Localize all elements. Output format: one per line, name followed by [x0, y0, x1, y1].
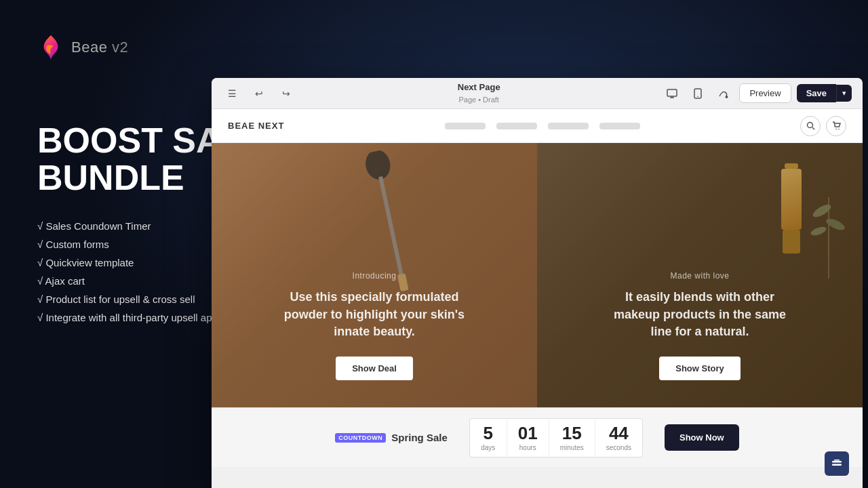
svg-point-5	[726, 96, 728, 98]
hero-right-description: It easily blends with other makeup produ…	[605, 289, 795, 340]
hero-right-panel: Made with love It easily blends with oth…	[537, 143, 863, 407]
page-title: Next Page	[458, 82, 500, 93]
show-deal-button[interactable]: Show Deal	[336, 357, 413, 380]
svg-rect-11	[378, 176, 405, 283]
logo-area: Beae v2	[37, 34, 290, 61]
svg-rect-14	[781, 169, 802, 230]
nav-link-placeholder	[496, 123, 537, 129]
save-button-group: Save ▾	[797, 84, 852, 102]
countdown-days-value: 5	[484, 424, 493, 442]
save-button[interactable]: Save	[797, 84, 836, 102]
beae-logo-icon	[37, 34, 64, 61]
page-brand: BEAE NEXT	[228, 121, 284, 131]
countdown-hours-value: 01	[518, 424, 538, 442]
stack-icon	[831, 458, 843, 470]
countdown-days-unit: 5 days	[470, 419, 507, 457]
hero-right-content: Made with love It easily blends with oth…	[605, 271, 795, 380]
page-navigation: BEAE NEXT	[212, 109, 863, 143]
hamburger-button[interactable]: ☰	[222, 84, 241, 103]
svg-rect-15	[783, 230, 800, 253]
cart-icon-button[interactable]	[826, 116, 846, 136]
countdown-timer: 5 days 01 hours 15 minutes 44 seconds	[469, 418, 643, 458]
hero-introducing-text: Introducing	[279, 271, 469, 281]
countdown-label-area: COUNTDOWN Spring Sale	[335, 432, 448, 443]
hero-left-panel: Introducing Use this specially formulate…	[212, 143, 537, 407]
svg-rect-0	[667, 89, 677, 96]
toolbar-right: Preview Save ▾	[662, 83, 852, 104]
brand-version: v2	[112, 39, 128, 56]
bottle-decoration	[774, 163, 808, 258]
countdown-days-label: days	[481, 444, 495, 451]
monitor-icon-button[interactable]	[662, 83, 682, 104]
hero-made-with-love: Made with love	[605, 271, 795, 281]
save-dropdown-button[interactable]: ▾	[836, 85, 852, 102]
svg-point-18	[825, 216, 846, 232]
brand-name: Beae	[71, 39, 107, 56]
nav-link-placeholder	[599, 123, 640, 129]
countdown-seconds-value: 44	[609, 424, 629, 442]
show-now-button[interactable]: Show Now	[665, 424, 739, 451]
svg-point-6	[807, 123, 812, 128]
page-subtitle: Page • Draft	[458, 96, 499, 104]
countdown-minutes-unit: 15 minutes	[549, 419, 595, 457]
hero-left-description: Use this specially formulated powder to …	[279, 289, 469, 340]
svg-point-17	[811, 202, 833, 219]
svg-point-9	[838, 129, 840, 130]
nav-link-placeholder	[548, 123, 589, 129]
nav-link-placeholder	[445, 123, 486, 129]
paint-icon-button[interactable]	[713, 83, 734, 104]
countdown-hours-unit: 01 hours	[507, 419, 549, 457]
countdown-sale-label: Spring Sale	[391, 432, 448, 443]
countdown-seconds-unit: 44 seconds	[595, 419, 642, 457]
svg-point-10	[363, 148, 393, 182]
browser-toolbar: ☰ ↩ ↪ Next Page Page • Draft Preview Sav…	[212, 78, 863, 109]
svg-point-8	[835, 129, 837, 130]
svg-point-4	[698, 96, 699, 97]
plant-decoration	[808, 157, 849, 279]
show-story-button[interactable]: Show Story	[659, 357, 741, 380]
hero-section: Introducing Use this specially formulate…	[212, 143, 863, 407]
countdown-badge: COUNTDOWN	[335, 433, 386, 443]
svg-rect-20	[832, 461, 842, 463]
svg-rect-21	[832, 464, 842, 466]
countdown-minutes-label: minutes	[560, 444, 584, 451]
preview-button[interactable]: Preview	[739, 83, 791, 103]
svg-rect-13	[785, 163, 798, 169]
mobile-icon-button[interactable]	[688, 83, 708, 104]
corner-action-button[interactable]	[825, 451, 849, 476]
countdown-seconds-label: seconds	[606, 444, 631, 451]
search-icon-button[interactable]	[800, 116, 821, 136]
countdown-section: COUNTDOWN Spring Sale 5 days 01 hours 15…	[212, 407, 863, 467]
svg-point-19	[810, 225, 827, 237]
svg-rect-22	[834, 460, 840, 461]
countdown-minutes-value: 15	[562, 424, 582, 442]
svg-line-7	[812, 127, 814, 129]
logo-text: Beae v2	[71, 39, 128, 56]
address-bar: Next Page Page • Draft	[304, 82, 654, 104]
nav-links	[445, 123, 640, 129]
countdown-hours-label: hours	[519, 444, 536, 451]
browser-mockup: ☰ ↩ ↪ Next Page Page • Draft Preview Sav…	[212, 78, 863, 488]
undo-button[interactable]: ↩	[250, 84, 269, 103]
redo-button[interactable]: ↪	[277, 84, 296, 103]
hero-left-content: Introducing Use this specially formulate…	[279, 271, 469, 380]
nav-icons	[800, 116, 846, 136]
